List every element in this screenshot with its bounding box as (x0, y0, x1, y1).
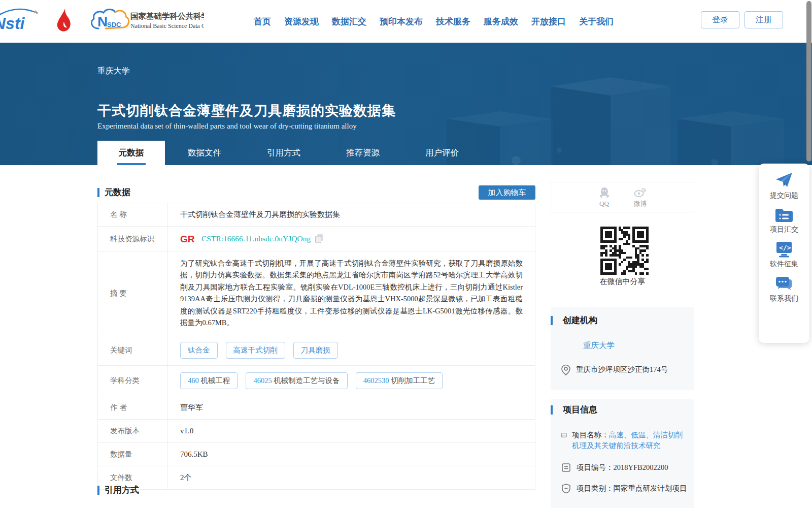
nav-open-api[interactable]: 开放接口 (531, 16, 566, 27)
tab-metadata-label: 元数据 (119, 147, 144, 158)
share-qq[interactable]: QQ (598, 186, 611, 208)
section-accent-bar (97, 486, 99, 495)
project-type-value: 国家重点研发计划项目 (614, 484, 687, 492)
row-label: 数据量 (98, 443, 168, 466)
nav-data-submission[interactable]: 数据汇交 (332, 16, 366, 27)
share-qq-label: QQ (599, 200, 609, 208)
tab-recommended[interactable]: 推荐资源 (323, 141, 402, 165)
section-accent-bar (97, 188, 99, 197)
project-box-header: 项目信息 (551, 399, 694, 416)
code-monitor-icon: </> (775, 241, 793, 258)
project-submission-item[interactable]: 项目汇交 (770, 207, 798, 234)
subject-name: 机械制造工艺与设备 (274, 376, 340, 385)
wechat-share-qr-code (600, 227, 649, 275)
chat-bubbles-icon (775, 275, 793, 292)
keyword-tag[interactable]: 钛合金 (180, 342, 218, 359)
section-accent-bar (551, 316, 553, 325)
subject-code: 460 (188, 376, 199, 385)
tab-data-files[interactable]: 数据文件 (165, 141, 244, 165)
project-name: 项目名称：高速、低温、清洁切削机理及其关键前沿技术研究 (572, 430, 687, 451)
project-code-icon (561, 462, 571, 473)
project-name-icon (561, 430, 567, 440)
table-row-abstract: 摘 要 为了研究钛合金高速干式切削机理，开展了高速干式切削钛合金薄壁件实验研究，… (98, 251, 535, 335)
main-nav: 首页 资源发现 数据汇交 预印本发布 技术服务 服务成效 开放接口 关于我们 (254, 0, 614, 43)
cstr-identifier-link[interactable]: CSTR:16666.11.nbsdc.0uYJQOng (201, 234, 311, 243)
row-label: 摘 要 (98, 251, 168, 335)
contact-us-item[interactable]: 联系我们 (770, 275, 798, 303)
tab-metadata[interactable]: 元数据 (97, 141, 165, 165)
register-button[interactable]: 注册 (745, 11, 783, 28)
subject-code: 46025 (253, 376, 272, 385)
metadata-section-header: 元数据 (97, 186, 130, 198)
table-row-author: 作 者 曹华军 (98, 396, 535, 420)
project-code-label: 项目编号： (577, 463, 614, 471)
paper-plane-icon (775, 172, 793, 189)
keyword-tag[interactable]: 刀具磨损 (293, 342, 338, 359)
nav-tech-service[interactable]: 技术服务 (436, 16, 470, 27)
project-type-icon (561, 483, 571, 494)
creator-box-header: 创建机构 (551, 307, 694, 326)
scrollbar-thumb[interactable] (806, 1, 811, 162)
metadata-section-title: 元数据 (105, 186, 130, 198)
abstract-text: 为了研究钛合金高速干式切削机理，开展了高速干式切削钛合金薄壁件实验研究，获取了刀… (180, 258, 523, 329)
hero-banner: 重庆大学 干式切削钛合金薄壁件及刀具磨损的实验数据集 Experimental … (0, 43, 812, 165)
project-box-title: 项目信息 (563, 404, 597, 416)
table-row-version: 发布版本 v1.0 (98, 420, 535, 443)
nav-home[interactable]: 首页 (254, 16, 271, 27)
creator-address-row: 重庆市沙坪坝区沙正街174号 (561, 364, 694, 375)
project-type-row: 项目类别：国家重点研发计划项目 (561, 483, 687, 494)
table-row-subjects: 学科分类 460 机械工程 46025 机械制造工艺与设备 4602530 切削… (98, 366, 535, 396)
svg-text:</>: </> (779, 244, 791, 251)
creator-address: 重庆市沙坪坝区沙正街174号 (576, 364, 668, 374)
nav-resource-discovery[interactable]: 资源发现 (284, 16, 319, 27)
project-code-row: 项目编号：2018YFB2002200 (561, 462, 687, 473)
citation-section-header: 引用方式 (97, 484, 139, 496)
table-row-size: 数据量 706.5KB (98, 443, 535, 466)
wechat-share-tip: 在微信中分享 (551, 277, 694, 287)
nav-preprint[interactable]: 预印本发布 (380, 16, 423, 27)
subject-tag[interactable]: 4602530 切削加工工艺 (356, 372, 443, 389)
nav-service-results[interactable]: 服务成效 (484, 16, 518, 27)
table-row-cstr: 科技资源标识 GR CSTR:16666.11.nbsdc.0uYJQOng (98, 227, 535, 251)
share-weibo[interactable]: 微博 (634, 186, 647, 208)
page-scrollbar (806, 0, 812, 508)
creator-box-title: 创建机构 (563, 314, 597, 326)
active-tab-indicator (117, 163, 146, 165)
login-button[interactable]: 登录 (701, 11, 739, 28)
project-submission-label: 项目汇交 (770, 225, 798, 234)
version-value: v1.0 (168, 420, 535, 442)
nsti-logo: Nsti (0, 7, 40, 34)
copy-icon[interactable] (315, 234, 324, 244)
subject-code: 4602530 (363, 376, 389, 385)
dataset-title: 干式切削钛合金薄壁件及刀具磨损的实验数据集 (97, 102, 396, 120)
nav-about-us[interactable]: 关于我们 (579, 16, 614, 27)
detail-tabs: 元数据 数据文件 引用方式 推荐资源 用户评价 (97, 141, 482, 165)
citation-section-title: 引用方式 (105, 484, 139, 496)
software-collection-item[interactable]: </> 软件征集 (770, 241, 798, 269)
row-label: 作 者 (98, 396, 168, 419)
row-label: 科技资源标识 (98, 227, 168, 251)
table-row-keywords: 关键词 钛合金 高速干式切削 刀具磨损 (98, 335, 535, 366)
creator-org-box: 创建机构 重庆大学 重庆市沙坪坝区沙正街174号 (551, 307, 694, 390)
table-row-name: 名 称 干式切削钛合金薄壁件及刀具磨损的实验数据集 (98, 203, 535, 227)
author-value: 曹华军 (168, 396, 535, 419)
row-label: 关键词 (98, 335, 168, 365)
add-to-cart-button[interactable]: 加入购物车 (479, 185, 535, 200)
project-code: 项目编号：2018YFB2002200 (577, 462, 668, 473)
tab-citation[interactable]: 引用方式 (244, 141, 323, 165)
file-count-value: 2个 (168, 466, 535, 489)
submit-question-item[interactable]: 提交问题 (770, 172, 798, 200)
location-pin-icon (561, 364, 571, 375)
cstr-logo-icon: GR (180, 233, 197, 244)
subject-tag[interactable]: 460 机械工程 (180, 372, 238, 389)
row-label: 发布版本 (98, 420, 168, 442)
svg-text:SDC: SDC (107, 21, 121, 28)
tab-user-reviews[interactable]: 用户评价 (402, 141, 482, 165)
creator-org-link[interactable]: 重庆大学 (583, 340, 694, 351)
folder-list-icon (775, 207, 793, 223)
table-row-filecount: 文件数 2个 (98, 466, 535, 490)
keyword-tag[interactable]: 高速干式切削 (226, 342, 285, 359)
software-collection-label: 软件征集 (770, 260, 798, 269)
subject-tag[interactable]: 46025 机械制造工艺与设备 (246, 372, 347, 389)
quick-action-panel: 提交问题 项目汇交 </> 软件征集 联系我们 (759, 164, 809, 343)
